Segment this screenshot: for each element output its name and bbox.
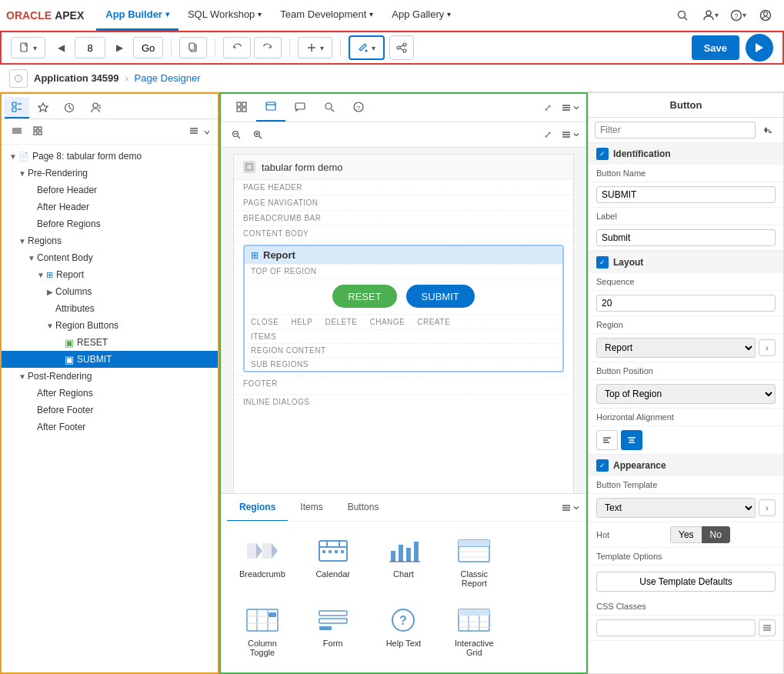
filter-input[interactable] — [595, 122, 756, 138]
bottom-menu-btn[interactable] — [560, 502, 580, 514]
gallery-interactive-grid[interactable]: Interactive Grid — [442, 600, 506, 663]
gallery-help-text[interactable]: ? Help Text — [372, 600, 436, 663]
user-icon-btn[interactable]: ▾ — [698, 3, 722, 28]
account-icon-btn[interactable] — [753, 3, 778, 28]
zoom-out-btn[interactable] — [227, 125, 245, 144]
tree-columns[interactable]: ▶ Columns — [2, 283, 218, 300]
button-position-select[interactable]: Top of Region — [596, 384, 776, 404]
region-select[interactable]: Report — [596, 338, 756, 358]
svg-point-12 — [365, 50, 368, 52]
layout-header[interactable]: ✓ Layout — [589, 252, 783, 273]
region-items-section: ITEMS — [245, 329, 562, 343]
tree-before-header[interactable]: Before Header — [2, 182, 218, 199]
svg-rect-36 — [38, 132, 42, 135]
tree-region-buttons[interactable]: ▼ Region Buttons — [2, 317, 218, 334]
template-nav-btn[interactable]: › — [759, 499, 776, 516]
add-btn[interactable]: ▾ — [298, 37, 332, 58]
run-button[interactable] — [746, 34, 773, 62]
align-left-btn[interactable] — [596, 430, 618, 450]
canvas-reset-btn[interactable]: RESET — [332, 285, 396, 308]
grid-view-btn[interactable] — [29, 122, 48, 141]
go-button[interactable]: Go — [133, 37, 163, 58]
tab-search[interactable] — [315, 94, 344, 122]
zoom-in-btn[interactable] — [249, 125, 267, 144]
tree-submit-btn[interactable]: ▣ SUBMIT — [2, 351, 218, 368]
left-panel-menu[interactable] — [188, 125, 212, 139]
gallery-chart[interactable]: Chart — [372, 531, 436, 594]
search-icon-btn[interactable] — [670, 3, 695, 28]
tree-regions[interactable]: ▼ Regions — [2, 232, 218, 249]
tree-before-footer[interactable]: Before Footer — [2, 402, 218, 419]
tab-rendering[interactable] — [5, 97, 29, 118]
canvas-action-btns: CLOSE HELP DELETE CHANGE CREATE — [245, 314, 562, 329]
canvas-submit-btn[interactable]: SUBMIT — [406, 285, 475, 308]
nav-app-gallery[interactable]: App Gallery ▾ — [382, 0, 460, 31]
nav-team-development[interactable]: Team Development ▾ — [271, 0, 382, 31]
tab-processing[interactable] — [57, 97, 82, 118]
gallery-column-toggle-label: Column Toggle — [236, 639, 289, 657]
css-classes-input[interactable] — [596, 619, 756, 636]
tab-shared[interactable] — [83, 97, 108, 118]
appearance-header[interactable]: ✓ Appearance — [589, 455, 783, 476]
gallery-form[interactable]: Form — [301, 600, 365, 663]
bottom-tab-regions[interactable]: Regions — [227, 494, 288, 522]
region-nav-btn[interactable]: › — [759, 339, 776, 356]
gallery-classic-report[interactable]: Classic Report — [442, 531, 506, 594]
new-file-btn[interactable]: ▾ — [11, 37, 45, 58]
region-header[interactable]: ⊞ Report — [245, 246, 562, 264]
tab-dynamic-actions[interactable] — [31, 97, 55, 118]
tree-after-header[interactable]: After Header — [2, 199, 218, 215]
nav-sql-workshop[interactable]: SQL Workshop ▾ — [178, 0, 271, 31]
tab-messages[interactable] — [285, 94, 315, 122]
tab-grid-layout[interactable] — [227, 94, 256, 122]
hot-yes-btn[interactable]: Yes — [670, 526, 702, 543]
nav-app-builder[interactable]: App Builder ▾ — [96, 0, 178, 31]
gallery-column-toggle[interactable]: Column Toggle — [230, 600, 295, 663]
tree-pre-rendering[interactable]: ▼ Pre-Rendering — [2, 165, 218, 182]
label-input[interactable] — [596, 229, 776, 246]
tab-help[interactable]: ? — [344, 94, 373, 122]
button-position-label: Button Position — [596, 366, 666, 375]
tools-button[interactable]: ▾ — [349, 35, 385, 60]
tree-content-body[interactable]: ▼ Content Body — [2, 249, 218, 266]
copy-page-btn[interactable] — [179, 37, 207, 58]
filter-menu-btn[interactable] — [759, 121, 777, 139]
save-button[interactable]: Save — [692, 35, 739, 60]
tree-after-regions[interactable]: After Regions — [2, 385, 218, 402]
button-template-select[interactable]: Text — [596, 498, 756, 518]
tree-post-rendering[interactable]: ▼ Post-Rendering — [2, 368, 218, 385]
page-number-input[interactable]: 8 — [75, 37, 105, 58]
align-center-btn[interactable] — [621, 430, 642, 450]
page-designer-link[interactable]: Page Designer — [135, 72, 201, 84]
tree-reset-btn[interactable]: ▣ RESET — [2, 334, 218, 351]
gallery-breadcrumb[interactable]: Breadcrumb — [230, 531, 295, 594]
tree-after-footer[interactable]: After Footer — [2, 419, 218, 435]
redo-btn[interactable] — [254, 37, 282, 58]
prev-page-btn[interactable]: ◀ — [50, 37, 72, 58]
next-page-btn[interactable]: ▶ — [108, 37, 130, 58]
gallery-calendar[interactable]: Calendar — [301, 531, 365, 594]
list-view-btn[interactable] — [8, 122, 26, 141]
hot-no-btn[interactable]: No — [702, 526, 730, 543]
tree-report[interactable]: ▼ ⊞ Report — [2, 266, 218, 283]
bottom-tab-buttons[interactable]: Buttons — [335, 494, 392, 522]
tree-page[interactable]: ▼ 📄 Page 8: tabular form demo — [2, 148, 218, 165]
tree-before-regions[interactable]: Before Regions — [2, 215, 218, 232]
expand-btn[interactable]: ⤢ — [539, 98, 557, 117]
back-btn[interactable]: ↑ — [9, 69, 28, 88]
use-template-defaults-btn[interactable]: Use Template Defaults — [596, 572, 776, 592]
expand-canvas-btn[interactable]: ⤢ — [539, 125, 557, 144]
bottom-tab-items[interactable]: Items — [288, 494, 335, 522]
tree-attributes[interactable]: Attributes — [2, 300, 218, 317]
help-icon-btn[interactable]: ? ▾ — [726, 3, 750, 28]
sequence-input[interactable] — [596, 295, 776, 312]
action-create: CREATE — [417, 318, 450, 326]
undo-btn[interactable] — [223, 37, 251, 58]
identification-header[interactable]: ✓ Identification — [589, 143, 783, 165]
center-menu-btn[interactable] — [560, 102, 580, 114]
share-btn[interactable] — [389, 35, 414, 60]
button-name-input[interactable] — [596, 186, 776, 203]
css-list-btn[interactable] — [759, 619, 776, 636]
canvas-menu-btn[interactable] — [560, 128, 580, 141]
tab-page-designer[interactable] — [256, 94, 285, 122]
